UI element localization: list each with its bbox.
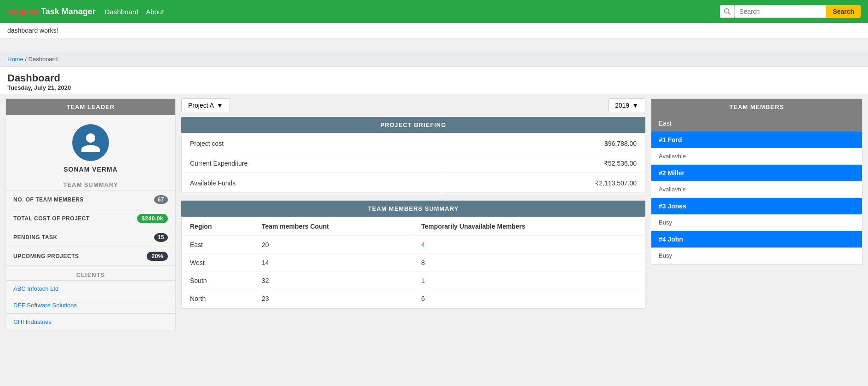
unavail-link-south[interactable]: 1 xyxy=(421,277,425,284)
table-row: Region Team members Count Temporarily Un… xyxy=(183,218,644,236)
summary-item-members: NO. OF TEAM MEMBERS 67 xyxy=(6,190,175,209)
summary-label-upcoming: UPCOMING PROJECTS xyxy=(13,253,79,259)
avatar xyxy=(72,124,109,161)
summary-label-pending: PENDING TASK xyxy=(13,234,57,241)
unavail-east[interactable]: 4 xyxy=(414,236,644,253)
table-row: Current Expenditure ₹52,536.00 xyxy=(183,154,644,173)
member-status-3: Busy xyxy=(651,248,862,264)
page-title: Dashboard xyxy=(7,72,861,84)
member-status-0: Availavble xyxy=(651,148,862,165)
chevron-down-icon: ▼ xyxy=(217,102,223,109)
search-icon xyxy=(724,8,730,15)
breadcrumb-home[interactable]: Home xyxy=(7,56,23,63)
breadcrumb: Home / Dashboard xyxy=(0,52,868,67)
region-east: East xyxy=(183,236,253,253)
unavail-south[interactable]: 1 xyxy=(414,272,644,289)
briefing-label-0: Project cost xyxy=(183,134,441,153)
client-item-0[interactable]: ABC Infotech Ltd xyxy=(6,280,175,297)
briefing-value-1: ₹52,536.00 xyxy=(442,154,644,173)
person-icon xyxy=(79,131,102,154)
leader-name: SONAM VERMA xyxy=(63,166,118,173)
left-panel: TEAM LEADER SONAM VERMA TEAM SUMMARY NO.… xyxy=(6,98,176,330)
project-controls: Project A ▼ 2019 ▼ xyxy=(181,98,645,112)
summary-label-cost: TOTAL COST OF PROJECT xyxy=(13,215,90,222)
search-button[interactable]: Search xyxy=(826,5,861,18)
unavail-north: 6 xyxy=(414,290,644,307)
summary-badge-upcoming: 20% xyxy=(147,252,168,261)
clients-label: CLIENTS xyxy=(6,265,175,280)
member-button-3[interactable]: #4 John xyxy=(651,231,862,248)
alert-bar: dashboard works! xyxy=(0,23,868,38)
team-members-header: TEAM MEMBERS xyxy=(651,99,862,115)
member-button-2[interactable]: #3 Jones xyxy=(651,198,862,214)
brand-link[interactable]: Angular Task Manager xyxy=(7,7,96,17)
briefing-value-2: ₹2,113,507.00 xyxy=(442,174,644,193)
navbar: Angular Task Manager Dashboard About Sea… xyxy=(0,0,868,23)
region-north: North xyxy=(183,290,253,307)
avatar-section: SONAM VERMA xyxy=(6,115,175,178)
page-date: Tuesday, July 21, 2020 xyxy=(7,84,861,91)
year-dropdown-label: 2019 xyxy=(615,102,629,109)
summary-badge-pending: 15 xyxy=(154,233,168,242)
region-south: South xyxy=(183,272,253,289)
table-row: Project cost $96,788.00 xyxy=(183,134,644,153)
col-unavailable: Temporarily Unavailable Members xyxy=(414,218,644,236)
table-row: South 32 1 xyxy=(183,272,644,289)
year-dropdown[interactable]: 2019 ▼ xyxy=(608,98,645,112)
briefing-table: Project cost $96,788.00 Current Expendit… xyxy=(181,133,645,194)
breadcrumb-sep: / xyxy=(25,56,28,63)
region-west: West xyxy=(183,254,253,271)
member-name-3: John xyxy=(667,236,683,243)
search-bar: Search xyxy=(716,5,861,18)
summary-table: Region Team members Count Temporarily Un… xyxy=(181,217,645,309)
team-summary-header: TEAM MEMBERS SUMMARY xyxy=(181,201,645,217)
alert-text: dashboard works! xyxy=(7,27,58,34)
table-row: Available Funds ₹2,113,507.00 xyxy=(183,174,644,193)
search-input[interactable] xyxy=(734,5,826,18)
summary-item-pending: PENDING TASK 15 xyxy=(6,228,175,247)
right-panel: TEAM MEMBERS East #1 Ford Availavble #2 … xyxy=(651,98,862,265)
summary-badge-members: 67 xyxy=(154,195,168,204)
briefing-label-2: Available Funds xyxy=(183,174,441,193)
region-label: East xyxy=(651,115,862,132)
summary-item-upcoming: UPCOMING PROJECTS 20% xyxy=(6,247,175,265)
member-button-0[interactable]: #1 Ford xyxy=(651,132,862,148)
count-south: 32 xyxy=(254,272,413,289)
briefing-value-0: $96,788.00 xyxy=(442,134,644,153)
center-panel: Project A ▼ 2019 ▼ PROJECT BRIEFING Proj… xyxy=(181,98,645,309)
search-icon-wrap xyxy=(720,5,734,18)
member-name-1: Miller xyxy=(667,169,684,177)
main-layout: TEAM LEADER SONAM VERMA TEAM SUMMARY NO.… xyxy=(0,94,868,335)
table-row: West 14 8 xyxy=(183,254,644,271)
summary-badge-cost: $240.0k xyxy=(137,214,168,223)
page-header: Dashboard Tuesday, July 21, 2020 xyxy=(0,67,868,94)
brand-angular: Angular xyxy=(7,7,39,16)
col-region: Region xyxy=(183,218,253,236)
member-name-2: Jones xyxy=(667,202,686,210)
table-row: East 20 4 xyxy=(183,236,644,253)
breadcrumb-current: Dashboard xyxy=(29,56,58,63)
nav-links: Dashboard About xyxy=(105,8,717,16)
project-dropdown[interactable]: Project A ▼ xyxy=(181,98,230,112)
project-dropdown-label: Project A xyxy=(188,102,214,109)
count-west: 14 xyxy=(254,254,413,271)
nav-dashboard[interactable]: Dashboard xyxy=(105,8,138,16)
count-north: 23 xyxy=(254,290,413,307)
client-item-1[interactable]: DEF Software Solutions xyxy=(6,297,175,313)
brand-task: Task Manager xyxy=(39,7,96,16)
member-status-2: Busy xyxy=(651,214,862,231)
client-item-2[interactable]: GHI Industries xyxy=(6,313,175,330)
count-east: 20 xyxy=(254,236,413,253)
nav-about[interactable]: About xyxy=(146,8,164,16)
member-button-1[interactable]: #2 Miller xyxy=(651,165,862,181)
unavail-link-east[interactable]: 4 xyxy=(421,241,425,248)
table-row: North 23 6 xyxy=(183,290,644,307)
team-leader-header: TEAM LEADER xyxy=(6,99,175,115)
member-rank-3: #4 xyxy=(659,236,666,243)
col-count: Team members Count xyxy=(254,218,413,236)
member-rank-1: #2 xyxy=(659,169,666,177)
member-name-0: Ford xyxy=(667,136,682,144)
team-summary-label: TEAM SUMMARY xyxy=(6,178,175,190)
briefing-label-1: Current Expenditure xyxy=(183,154,441,173)
member-status-1: Availavble xyxy=(651,181,862,198)
